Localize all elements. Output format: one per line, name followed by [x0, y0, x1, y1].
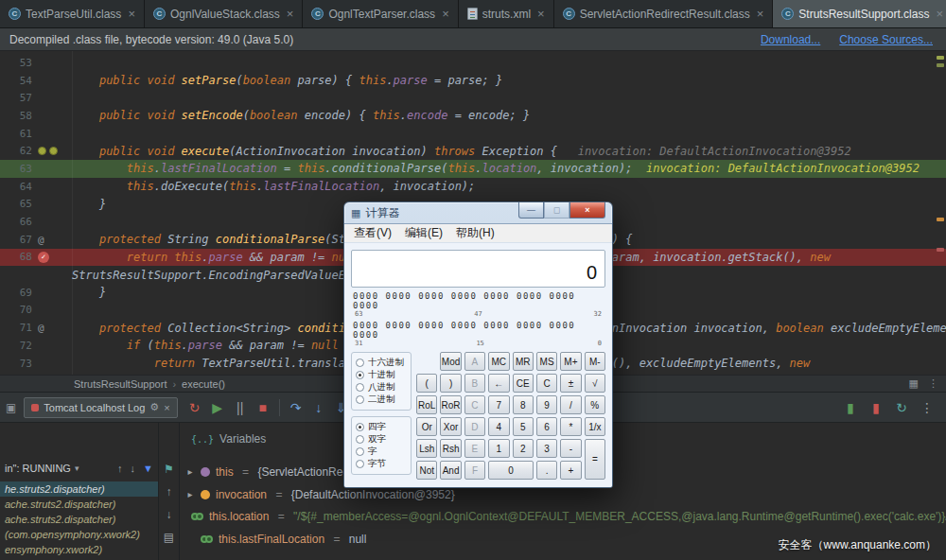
expand-chevron-icon[interactable]: ▸: [185, 466, 195, 477]
calculator-window[interactable]: ▦ 计算器 — ◻ × 查看(V)编辑(E)帮助(H) 0 0000 0000 …: [343, 201, 613, 488]
calc-key-√[interactable]: √: [585, 374, 605, 393]
close-tab-icon[interactable]: ×: [128, 7, 135, 21]
rerun-icon[interactable]: ↻: [185, 400, 204, 415]
gutter[interactable]: [32, 147, 72, 155]
move-up-icon[interactable]: ↑: [166, 485, 172, 499]
move-down-icon[interactable]: ↓: [166, 508, 172, 521]
calc-key-MC[interactable]: MC: [488, 352, 509, 371]
coverage-green-icon[interactable]: ▮: [841, 400, 860, 415]
radio-双字[interactable]: 双字: [356, 433, 407, 446]
close-button[interactable]: ×: [569, 202, 605, 219]
calc-key-8[interactable]: 8: [513, 395, 534, 414]
pause-icon[interactable]: ||: [231, 400, 250, 415]
bit-display[interactable]: 0000 0000 0000 0000 0000 0000 0000 00006…: [353, 291, 604, 347]
download-link[interactable]: Download...: [761, 33, 820, 46]
calc-key-9[interactable]: 9: [536, 395, 557, 414]
stack-frame-row[interactable]: ache.struts2.dispatcher): [0, 512, 158, 527]
radio-八进制[interactable]: 八进制: [356, 381, 407, 394]
calc-key-1[interactable]: 1: [488, 439, 509, 458]
filter-frames-icon[interactable]: ▼: [143, 463, 153, 474]
calculator-titlebar[interactable]: ▦ 计算器 — ◻ ×: [344, 202, 612, 223]
step-into-icon[interactable]: ↓: [309, 400, 328, 415]
settings-gear-icon[interactable]: ⚙: [149, 401, 159, 413]
minimize-button[interactable]: —: [518, 202, 544, 219]
calc-key-3[interactable]: 3: [536, 439, 557, 458]
tab-ognltextparser-class[interactable]: COgnlTextParser.class×: [303, 0, 458, 27]
radio-二进制[interactable]: 二进制: [356, 394, 407, 406]
bit-row[interactable]: 0000 0000 0000 0000 0000 0000 0000 0000: [353, 321, 604, 340]
calc-key-A[interactable]: A: [464, 352, 485, 371]
calc-key-←[interactable]: ←: [488, 374, 509, 393]
tab-strutsresultsupport-class[interactable]: CStrutsResultSupport.class×: [773, 0, 946, 27]
bookmark-icon[interactable]: ⚑: [164, 463, 174, 476]
breadcrumb-item[interactable]: StrutsResultSupport: [74, 378, 166, 390]
breadcrumb-item[interactable]: execute(): [182, 378, 225, 390]
gutter[interactable]: @: [32, 322, 72, 334]
calc-key-E[interactable]: E: [464, 439, 485, 458]
resume-icon[interactable]: ▶: [208, 400, 227, 415]
calc-key-*[interactable]: *: [560, 417, 581, 436]
tab-ognlvaluestack-class[interactable]: COgnlValueStack.class×: [145, 0, 303, 27]
calc-key-.[interactable]: .: [536, 461, 557, 480]
close-tab-icon[interactable]: ×: [757, 7, 764, 21]
restart-server-icon[interactable]: ↻: [892, 400, 911, 415]
radio-四字[interactable]: 四字: [356, 421, 407, 433]
calc-key-+[interactable]: +: [560, 461, 581, 480]
calc-key-2[interactable]: 2: [513, 439, 534, 458]
calc-key-B[interactable]: B: [464, 374, 485, 393]
stack-frame-row[interactable]: ensymphony.xwork2): [0, 542, 158, 557]
stack-frame-row[interactable]: ache.struts2.dispatcher): [0, 497, 158, 512]
tab-textparseutil-class[interactable]: CTextParseUtil.class×: [0, 0, 145, 27]
calc-key-6[interactable]: 6: [536, 417, 557, 436]
close-tab-icon[interactable]: ×: [442, 7, 449, 21]
calc-key-=[interactable]: =: [585, 439, 605, 480]
calc-key-F[interactable]: F: [464, 461, 485, 480]
step-over-icon[interactable]: ↷: [287, 400, 306, 415]
choose-sources-link[interactable]: Choose Sources...: [839, 33, 933, 46]
close-tab-icon[interactable]: ×: [164, 402, 169, 413]
variable-row[interactable]: this.location = "/${#_memberAccess=@ognl…: [180, 505, 946, 528]
previous-frame-icon[interactable]: ↑: [117, 463, 123, 474]
calc-key--[interactable]: -: [560, 439, 581, 458]
calc-key-C[interactable]: C: [536, 374, 557, 393]
calc-key-MS[interactable]: MS: [536, 352, 557, 371]
calc-key-Rsh[interactable]: Rsh: [440, 439, 461, 458]
menu-编辑(E)[interactable]: 编辑(E): [399, 224, 448, 242]
calc-key-Not[interactable]: Not: [416, 461, 437, 480]
calc-key-Mod[interactable]: Mod: [440, 352, 461, 371]
menu-帮助(H)[interactable]: 帮助(H): [450, 224, 500, 242]
calc-key-5[interactable]: 5: [513, 417, 534, 436]
calc-key-4[interactable]: 4: [488, 417, 509, 436]
radio-十六进制[interactable]: 十六进制: [356, 357, 407, 369]
calc-key-%[interactable]: %: [585, 395, 605, 414]
stack-frame-row[interactable]: (com.opensymphony.xwork2): [0, 527, 158, 542]
calc-key-1/x[interactable]: 1/x: [585, 417, 605, 436]
more-options-icon[interactable]: ⋮: [928, 377, 938, 390]
stack-frame-row[interactable]: he.struts2.dispatcher): [0, 481, 158, 497]
radio-字节[interactable]: 字节: [356, 458, 407, 470]
calc-key-C[interactable]: C: [464, 395, 485, 414]
calc-key-/[interactable]: /: [560, 395, 581, 414]
next-frame-icon[interactable]: ↓: [131, 463, 136, 474]
calc-key-([interactable]: (: [416, 374, 437, 393]
radio-字[interactable]: 字: [356, 446, 407, 458]
tool-window-icon[interactable]: ▣: [6, 401, 16, 414]
calc-key-RoR[interactable]: RoR: [440, 395, 461, 414]
menu-查看(V)[interactable]: 查看(V): [348, 224, 397, 242]
calc-key-±[interactable]: ±: [560, 374, 581, 393]
calc-key-)[interactable]: ): [440, 374, 461, 393]
stop-icon[interactable]: ■: [254, 400, 272, 415]
thread-selector[interactable]: in": RUNNING: [5, 463, 71, 474]
calc-key-M-[interactable]: M-: [585, 352, 605, 371]
gutter[interactable]: ✓: [32, 252, 72, 263]
close-tab-icon[interactable]: ×: [537, 7, 545, 21]
tab-struts-xml[interactable]: struts.xml×: [459, 0, 554, 27]
bit-row[interactable]: 0000 0000 0000 0000 0000 0000 0000 0000: [353, 291, 604, 310]
tab-servletactionredirectresult-class[interactable]: CServletActionRedirectResult.class×: [554, 0, 774, 27]
calc-key-M+[interactable]: M+: [560, 352, 581, 371]
calc-key-Xor[interactable]: Xor: [440, 417, 461, 436]
calc-key-Or[interactable]: Or: [416, 417, 437, 436]
calc-key-And[interactable]: And: [440, 461, 461, 480]
calc-key-D[interactable]: D: [464, 417, 485, 436]
calc-key-CE[interactable]: CE: [513, 374, 534, 393]
